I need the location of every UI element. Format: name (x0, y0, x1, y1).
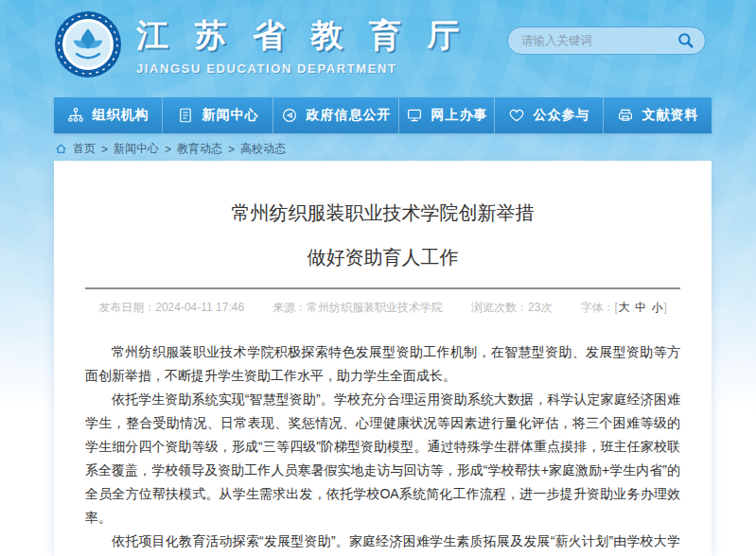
article-paragraph: 常州纺织服装职业技术学院积极探索特色发展型资助工作机制，在智慧型资助、发展型资助… (85, 340, 680, 388)
search-box (507, 26, 706, 55)
search-input[interactable] (521, 34, 677, 47)
nav-item-documents[interactable]: 文献资料 (603, 97, 712, 133)
site-header: 江 苏 省 教 育 厅 JIANGSU EDUCATION DEPARTMENT (54, 10, 467, 78)
site-subtitle: JIANGSU EDUCATION DEPARTMENT (136, 61, 467, 76)
breadcrumb-separator: > (100, 143, 109, 156)
jiangsu-education-logo-icon (54, 10, 122, 78)
archive-icon (617, 107, 634, 124)
nav-item-online-services[interactable]: 网上办事 (398, 97, 494, 133)
font-size-small-button[interactable]: 小 (650, 301, 663, 314)
nav-label: 公众参与 (534, 107, 590, 124)
article-meta: 发布日期：2024-04-11 17:46 来源：常州纺织服装职业技术学院 浏览… (85, 300, 680, 316)
breadcrumb-separator: > (164, 143, 172, 156)
org-chart-icon (67, 107, 84, 124)
search-button[interactable] (677, 31, 695, 50)
article-title-line2: 做好资助育人工作 (85, 226, 680, 287)
nav-item-news-center[interactable]: 新闻中心 (162, 97, 273, 133)
breadcrumb-separator: > (227, 143, 236, 156)
search-icon (677, 31, 695, 50)
bracket-close: ] (663, 301, 666, 314)
title-divider (85, 287, 680, 289)
disclosure-icon (281, 107, 298, 124)
page-background: 江 苏 省 教 育 厅 JIANGSU EDUCATION DEPARTMENT… (0, 0, 756, 556)
article-source: 来源：常州纺织服装职业技术学院 (273, 300, 443, 316)
article-card: 常州纺织服装职业技术学院创新举措 做好资助育人工作 发布日期：2024-04-1… (54, 161, 712, 556)
breadcrumb-university-news[interactable]: 高校动态 (240, 141, 286, 157)
main-nav: 组织机构 新闻中心 政府信息公开 网上办事 (54, 97, 712, 133)
publish-date: 发布日期：2024-04-11 17:46 (98, 300, 244, 316)
brand-text: 江 苏 省 教 育 厅 JIANGSU EDUCATION DEPARTMENT (136, 14, 467, 76)
article-paragraph: 依托学生资助系统实现“智慧型资助”。学校充分合理运用资助系统大数据，科学认定家庭… (85, 388, 680, 530)
view-count: 浏览次数：23次 (471, 300, 552, 316)
breadcrumb-news-center[interactable]: 新闻中心 (114, 141, 159, 157)
site-title: 江 苏 省 教 育 厅 (136, 14, 467, 58)
article-body: 常州纺织服装职业技术学院积极探索特色发展型资助工作机制，在智慧型资助、发展型资助… (85, 340, 680, 556)
nav-item-public-participation[interactable]: 公众参与 (494, 97, 603, 133)
breadcrumb-education-news[interactable]: 教育动态 (177, 141, 222, 157)
home-icon (55, 143, 67, 155)
article-paragraph: 依托项目化教育活动探索“发展型资助”。家庭经济困难学生素质拓展及发展“薪火计划”… (85, 530, 680, 556)
nav-label: 文献资料 (642, 107, 699, 124)
monitor-icon (406, 107, 423, 124)
nav-label: 组织机构 (93, 107, 149, 124)
breadcrumb-home[interactable]: 首页 (73, 141, 96, 157)
breadcrumb: 首页 > 新闻中心 > 教育动态 > 高校动态 (55, 141, 286, 157)
news-doc-icon (177, 107, 194, 124)
nav-label: 新闻中心 (202, 107, 259, 124)
nav-label: 政府信息公开 (307, 107, 392, 124)
font-size-medium-button[interactable]: 中 (634, 301, 647, 314)
font-size-controls: 字体：[大 中 小] (580, 300, 666, 316)
nav-item-organization[interactable]: 组织机构 (54, 97, 162, 133)
article-title-line1: 常州纺织服装职业技术学院创新举措 (85, 161, 680, 226)
nav-label: 网上办事 (431, 107, 488, 124)
font-size-large-button[interactable]: 大 (618, 301, 631, 314)
nav-item-gov-info-disclosure[interactable]: 政府信息公开 (273, 97, 398, 133)
heart-icon (508, 107, 525, 124)
